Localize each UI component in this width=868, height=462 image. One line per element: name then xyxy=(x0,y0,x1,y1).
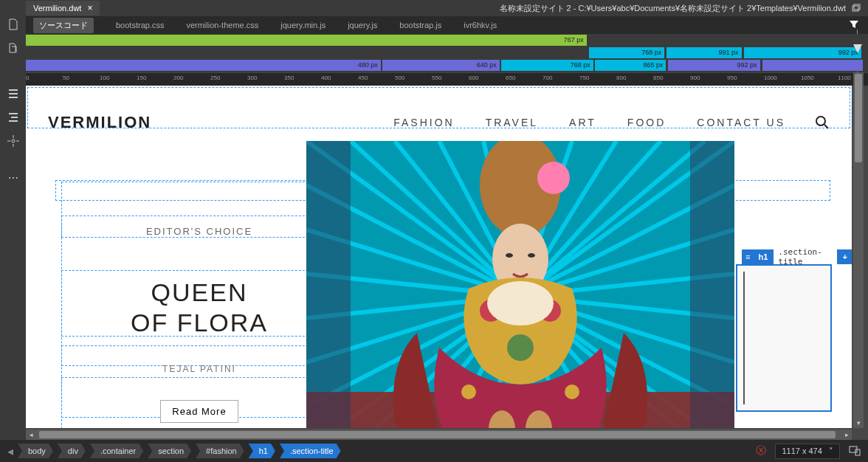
design-canvas[interactable]: VERMILION FASHION TRAVEL ART FOOD CONTAC… xyxy=(26,86,852,428)
selected-element-outline[interactable] xyxy=(736,264,832,412)
ruler-tick: 350 xyxy=(284,75,294,81)
breadcrumb-caret[interactable]: ◂ xyxy=(7,444,13,458)
ruler-tick: 850 xyxy=(653,75,663,81)
ruler-tick: 1050 xyxy=(801,75,814,81)
breakpoint-row-3[interactable]: 480 px 640 px 768 px 865 px 992 px xyxy=(26,59,863,72)
scrollbar-thumb[interactable] xyxy=(39,431,836,438)
related-file[interactable]: bootstrap.js xyxy=(399,21,441,30)
add-class-icon[interactable]: + xyxy=(838,252,852,261)
svg-point-45 xyxy=(506,253,513,258)
breadcrumb[interactable]: div xyxy=(58,444,86,458)
ruler-tick: 750 xyxy=(579,75,589,81)
element-selector-tag[interactable]: ≡ h1 .section-title + xyxy=(742,249,852,264)
ruler-tick: 150 xyxy=(137,75,146,81)
scroll-right-icon[interactable]: ▸ xyxy=(841,430,852,440)
ruler[interactable]: 0 50 100 150 200 250 300 350 400 450 500… xyxy=(26,72,868,86)
breakpoint-segment[interactable]: 480 px xyxy=(26,60,381,71)
eyebrow-text[interactable]: EDITOR'S CHOICE xyxy=(63,226,336,237)
error-icon[interactable]: ⓧ xyxy=(756,444,766,458)
breakpoint-segment[interactable] xyxy=(762,60,863,71)
canvas-dimensions[interactable]: 1117 x 474 ˅ xyxy=(775,444,840,459)
author-text[interactable]: TEJAL PATINI xyxy=(63,364,336,374)
nav-link[interactable]: ART xyxy=(569,117,596,128)
svg-rect-0 xyxy=(852,6,858,11)
breakpoint-segment[interactable]: 768 px xyxy=(589,47,664,58)
ruler-tick: 650 xyxy=(506,75,515,81)
breakpoint-segment[interactable]: 991 px xyxy=(666,47,742,58)
breadcrumb[interactable]: .container xyxy=(90,444,143,458)
close-icon[interactable]: × xyxy=(87,3,92,13)
breadcrumb[interactable]: section xyxy=(148,444,191,458)
device-preview-icon[interactable] xyxy=(849,446,861,456)
drag-handle-icon[interactable]: ≡ xyxy=(742,252,754,261)
list-icon[interactable] xyxy=(7,87,20,100)
hero-image[interactable] xyxy=(306,141,734,428)
nav-link[interactable]: FOOD xyxy=(627,117,666,128)
breakpoint-segment[interactable]: 992 px xyxy=(668,60,760,71)
vertical-scrollbar[interactable]: ▴ ▾ xyxy=(853,72,864,428)
ruler-tick: 300 xyxy=(247,75,257,81)
read-more-button[interactable]: Read More xyxy=(160,400,238,423)
ruler-tick: 450 xyxy=(358,75,368,81)
breakpoint-segment[interactable]: 992 px xyxy=(744,47,861,58)
scroll-left-icon[interactable]: ◂ xyxy=(26,430,36,440)
file-tab[interactable]: Vermilion.dwt × xyxy=(26,1,100,15)
headline-line-1: QUEEN xyxy=(151,278,248,306)
svg-point-46 xyxy=(528,253,535,258)
svg-rect-1 xyxy=(854,4,860,10)
ruler-tick: 600 xyxy=(469,75,478,81)
nav-link[interactable]: FASHION xyxy=(393,117,454,128)
site-header: VERMILION FASHION TRAVEL ART FOOD CONTAC… xyxy=(26,104,852,141)
breakpoint-segment[interactable]: 640 px xyxy=(382,60,500,71)
ruler-tick: 50 xyxy=(63,75,69,81)
svg-point-52 xyxy=(565,385,579,399)
left-toolbar: ⋯ xyxy=(0,16,26,440)
ruler-tick: 1000 xyxy=(764,75,777,81)
filter-icon[interactable] xyxy=(849,19,859,30)
source-code-button[interactable]: ソースコード xyxy=(33,18,94,33)
breakpoint-row-1[interactable]: 767 px xyxy=(26,34,863,46)
more-icon[interactable]: ⋯ xyxy=(7,171,20,185)
headline[interactable]: QUEEN OF FLORA xyxy=(63,277,336,338)
ruler-tick: 200 xyxy=(173,75,183,81)
breadcrumb[interactable]: #fashion xyxy=(196,444,244,458)
breakpoint-segment[interactable]: 768 px xyxy=(501,60,593,71)
ruler-tick: 900 xyxy=(690,75,700,81)
target-icon[interactable] xyxy=(7,134,20,148)
headline-line-2: OF FLORA xyxy=(131,308,268,337)
breadcrumb-selected[interactable]: h1 xyxy=(249,444,275,458)
related-file[interactable]: ivr6hkv.js xyxy=(464,21,497,30)
site-logo[interactable]: VERMILION xyxy=(48,113,151,132)
scroll-down-icon[interactable]: ▾ xyxy=(853,419,864,428)
breakpoint-segment[interactable]: 767 px xyxy=(26,35,587,46)
rendered-page[interactable]: VERMILION FASHION TRAVEL ART FOOD CONTAC… xyxy=(26,86,852,428)
related-file[interactable]: vermilion-theme.css xyxy=(186,21,258,30)
breadcrumb[interactable]: body xyxy=(18,444,53,458)
indent-icon[interactable] xyxy=(7,111,20,124)
ruler-tick: 550 xyxy=(432,75,441,81)
search-icon[interactable] xyxy=(815,115,830,130)
breakpoint-segment[interactable]: 865 px xyxy=(595,60,666,71)
scrollbar-thumb[interactable] xyxy=(855,74,862,162)
ruler-tick: 500 xyxy=(395,75,404,81)
maximize-icon[interactable] xyxy=(852,4,861,13)
breadcrumb-selected[interactable]: .section-title xyxy=(280,444,341,458)
ruler-tick: 400 xyxy=(321,75,331,81)
svg-point-2 xyxy=(12,139,15,142)
ruler-tick: 1100 xyxy=(838,75,851,81)
related-file[interactable]: jquery.js xyxy=(348,21,377,30)
ruler-tick: 950 xyxy=(727,75,737,81)
horizontal-scrollbar[interactable]: ◂ ▸ xyxy=(26,430,852,440)
svg-point-49 xyxy=(507,334,534,361)
related-file[interactable]: jquery.min.js xyxy=(280,21,326,30)
nav-link[interactable]: CONTACT US xyxy=(697,117,785,128)
related-file[interactable]: bootstrap.css xyxy=(116,21,164,30)
breakpoint-row-2[interactable]: 768 px 991 px 992 px xyxy=(26,46,863,59)
file-manage-icon[interactable] xyxy=(7,41,20,55)
file-icon[interactable] xyxy=(7,18,20,31)
scrubber-icon[interactable] xyxy=(852,43,864,55)
svg-point-43 xyxy=(537,162,570,194)
nav-link[interactable]: TRAVEL xyxy=(486,117,538,128)
ruler-tick: 250 xyxy=(210,75,220,81)
svg-rect-41 xyxy=(690,141,734,428)
